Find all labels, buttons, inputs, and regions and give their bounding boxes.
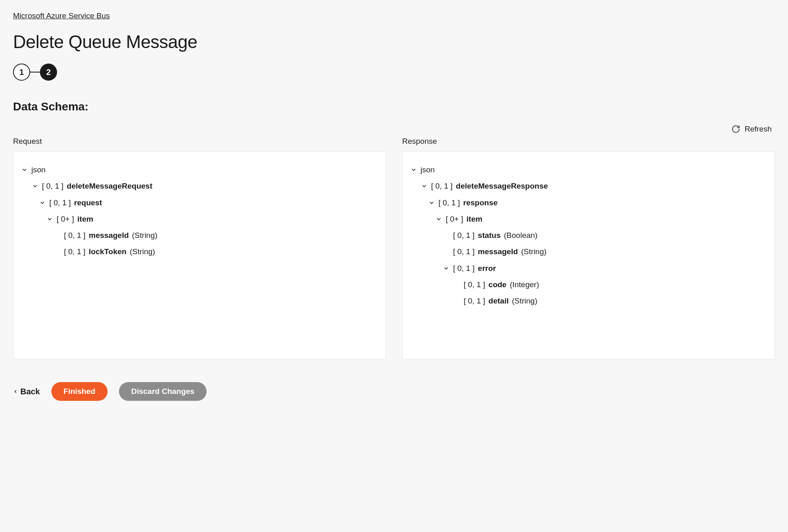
chevron-down-icon [442,265,450,272]
refresh-label: Refresh [744,125,772,134]
node-name: detail [489,295,509,308]
node-name: deleteMessageResponse [456,180,548,193]
node-cardinality: [ 0, 1 ] [464,295,485,308]
chevron-down-icon [435,215,442,223]
node-cardinality: [ 0, 1 ] [64,229,86,242]
node-name: code [489,278,506,291]
breadcrumb-link[interactable]: Microsoft Azure Service Bus [13,11,110,20]
chevron-down-icon [21,166,28,174]
chevron-down-icon [39,199,46,207]
node-label: json [31,163,46,176]
node-name: request [74,196,102,209]
node-type: (Integer) [510,278,539,291]
response-tree-panel: json [ 0, 1 ] deleteMessageResponse [ 0,… [402,152,775,359]
node-type: (String) [521,245,546,258]
node-cardinality: [ 0, 1 ] [438,196,460,209]
footer: Back Finished Discard Changes [13,382,775,401]
chevron-left-icon [13,389,18,394]
node-cardinality: [ 0, 1 ] [464,278,485,291]
tree-row[interactable]: [ 0, 1 ] error [410,260,767,277]
chevron-down-icon [420,182,428,190]
node-type: (String) [132,229,157,242]
node-name: lockToken [89,245,127,258]
back-button[interactable]: Back [13,387,40,396]
tree-row[interactable]: json [21,162,378,178]
step-connector [30,72,40,73]
step-1[interactable]: 1 [13,64,30,81]
node-name: deleteMessageRequest [67,180,152,193]
schema-columns: Request json [ 0, 1 ] deleteMessageReque… [13,137,775,359]
request-column-label: Request [13,137,386,146]
discard-changes-button[interactable]: Discard Changes [119,382,207,401]
node-cardinality: [ 0, 1 ] [49,196,71,209]
stepper: 1 2 [13,64,775,81]
back-label: Back [20,387,40,396]
node-name: item [77,213,93,226]
node-cardinality: [ 0, 1 ] [453,229,475,242]
node-name: response [463,196,497,209]
node-cardinality: [ 0+ ] [446,213,463,226]
tree-row[interactable]: [ 0, 1 ] messageId (String) [410,244,767,260]
chevron-down-icon [410,166,417,174]
node-type: (Boolean) [504,229,537,242]
tree-row[interactable]: [ 0, 1 ] messageId (String) [21,227,378,244]
node-type: (String) [512,295,537,308]
refresh-button[interactable]: Refresh [731,125,772,134]
refresh-icon [731,125,740,134]
tree-row[interactable]: [ 0, 1 ] lockToken (String) [21,244,378,260]
node-cardinality: [ 0, 1 ] [453,262,475,275]
tree-row[interactable]: [ 0, 1 ] request [21,195,378,211]
node-cardinality: [ 0, 1 ] [64,245,86,258]
request-tree-panel: json [ 0, 1 ] deleteMessageRequest [ 0, … [13,152,386,359]
tree-row[interactable]: [ 0+ ] item [410,211,767,227]
node-name: item [467,213,482,226]
chevron-down-icon [31,182,39,190]
node-name: messageId [478,245,518,258]
finished-button[interactable]: Finished [51,382,108,401]
response-column-label: Response [402,137,775,146]
node-cardinality: [ 0, 1 ] [42,180,64,193]
tree-row[interactable]: [ 0, 1 ] detail (String) [410,293,767,309]
node-name: error [478,262,496,275]
node-name: status [478,229,501,242]
tree-row[interactable]: json [410,162,767,178]
step-2[interactable]: 2 [40,64,57,81]
tree-row[interactable]: [ 0, 1 ] code (Integer) [410,277,767,293]
tree-row[interactable]: [ 0, 1 ] deleteMessageResponse [410,178,767,194]
tree-row[interactable]: [ 0, 1 ] response [410,195,767,211]
node-name: messageId [89,229,129,242]
response-column: Response json [ 0, 1 ] deleteMessageResp… [402,137,775,359]
tree-row[interactable]: [ 0, 1 ] status (Boolean) [410,227,767,244]
node-label: json [420,163,435,176]
node-type: (String) [130,245,155,258]
refresh-row: Refresh [13,125,775,134]
request-column: Request json [ 0, 1 ] deleteMessageReque… [13,137,386,359]
tree-row[interactable]: [ 0+ ] item [21,211,378,227]
tree-row[interactable]: [ 0, 1 ] deleteMessageRequest [21,178,378,194]
node-cardinality: [ 0, 1 ] [453,245,475,258]
node-cardinality: [ 0, 1 ] [431,180,453,193]
page-title: Delete Queue Message [13,32,775,52]
section-title: Data Schema: [13,100,775,113]
chevron-down-icon [46,215,53,223]
node-cardinality: [ 0+ ] [57,213,74,226]
chevron-down-icon [428,199,435,207]
